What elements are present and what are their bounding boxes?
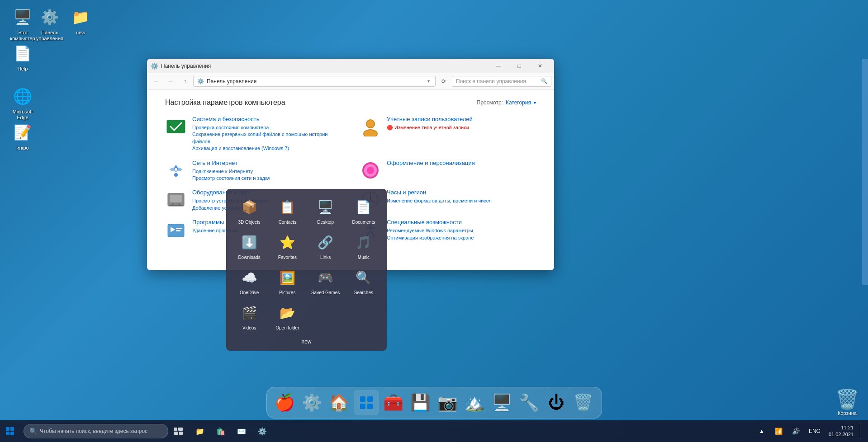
dock-settings[interactable]: 🔧 bbox=[517, 390, 542, 415]
folder-label: Downloads bbox=[238, 255, 260, 260]
folder-item-pictures[interactable]: 🖼️ Pictures bbox=[270, 265, 305, 297]
folder-item-downloads[interactable]: ⬇️ Downloads bbox=[232, 230, 267, 262]
category-link[interactable]: Архивация и восстановление (Windows 7) bbox=[192, 145, 342, 152]
desktop-icon-info[interactable]: 📝 инфо bbox=[5, 120, 41, 153]
dock-trash[interactable]: 🗑️ bbox=[571, 390, 596, 415]
clock-date: 01.02.2021 bbox=[829, 431, 854, 438]
dock-windows[interactable] bbox=[354, 390, 379, 415]
category-text: Учетные записи пользователей 🔴 Изменение… bbox=[387, 116, 536, 131]
taskbar-search[interactable]: 🔍 Чтобы начать поиск, введите здесь запр… bbox=[24, 424, 168, 438]
tray-volume-icon[interactable]: 🔊 bbox=[788, 423, 804, 439]
taskbar-settings[interactable]: ⚙️ bbox=[253, 422, 271, 440]
category-title[interactable]: Учетные записи пользователей bbox=[387, 116, 536, 122]
category-title[interactable]: Система и безопасность bbox=[192, 116, 342, 122]
svg-rect-30 bbox=[6, 432, 9, 435]
category-link[interactable]: Проверка состояния компьютера bbox=[192, 124, 342, 131]
folder-searches-icon: 🔍 bbox=[353, 267, 375, 288]
folder-item-favorites[interactable]: ⭐ Favorites bbox=[270, 230, 305, 262]
svg-rect-29 bbox=[10, 427, 14, 431]
task-view-button[interactable] bbox=[169, 422, 187, 440]
dock-system-prefs[interactable]: ⚙️ bbox=[299, 390, 325, 415]
folder-open-icon: 📂 bbox=[276, 302, 298, 324]
folder-item-onedrive[interactable]: ☁️ OneDrive bbox=[232, 265, 267, 297]
back-button[interactable]: ← bbox=[150, 75, 162, 88]
category-link[interactable]: Изменение форматов даты, времени и чисел bbox=[387, 197, 536, 204]
programs-icon bbox=[165, 219, 187, 240]
category-system-security[interactable]: Система и безопасность Проверка состояни… bbox=[165, 116, 342, 152]
folder-label: Open folder bbox=[275, 325, 299, 331]
refresh-button[interactable]: ⟳ bbox=[437, 75, 450, 88]
address-icon: ⚙️ bbox=[197, 78, 204, 85]
view-by-arrow-icon[interactable]: ▾ bbox=[534, 100, 536, 105]
taskbar-mail[interactable]: ✉️ bbox=[232, 422, 251, 440]
taskbar-clock[interactable]: 11:21 01.02.2021 bbox=[825, 424, 857, 438]
show-desktop-button[interactable] bbox=[860, 423, 863, 439]
folder-item-documents[interactable]: 📄 Documents bbox=[346, 194, 381, 227]
tray-lang[interactable]: ENG bbox=[806, 428, 823, 434]
tray-network-icon[interactable]: 📶 bbox=[771, 423, 787, 439]
dock-photos[interactable]: 📷 bbox=[435, 390, 460, 415]
computer-icon: 🖥️ bbox=[12, 6, 33, 28]
view-by-value[interactable]: Категория bbox=[506, 99, 531, 106]
dock-finder[interactable]: 🍎 bbox=[272, 390, 298, 415]
dock-app-store[interactable]: 🧰 bbox=[381, 390, 406, 415]
folder-label: Videos bbox=[242, 325, 256, 331]
recycle-bin[interactable]: 🗑️ Корзина bbox=[835, 388, 859, 416]
category-text: Часы и регион Изменение форматов даты, в… bbox=[387, 189, 536, 204]
svg-rect-11 bbox=[170, 195, 182, 202]
folder-item-saved-games[interactable]: 🎮 Saved Games bbox=[308, 265, 343, 297]
address-dropdown-arrow[interactable]: ▾ bbox=[426, 79, 432, 84]
maximize-button[interactable]: □ bbox=[509, 59, 530, 73]
desktop-icon-edge[interactable]: 🌐 Microsoft Edge bbox=[5, 84, 41, 122]
folder-item-music[interactable]: 🎵 Music bbox=[346, 230, 381, 262]
folder-label: Contacts bbox=[279, 220, 296, 225]
desktop-icon-new[interactable]: 📁 new bbox=[62, 5, 99, 38]
svg-rect-21 bbox=[176, 228, 182, 229]
folder-item-videos[interactable]: 🎬 Videos bbox=[232, 300, 267, 333]
address-box[interactable]: ⚙️ Панель управления ▾ bbox=[193, 76, 436, 87]
category-link-red[interactable]: 🔴 Изменение типа учетной записи bbox=[387, 124, 536, 131]
category-link[interactable]: Сохранение резервных копий файлов с помо… bbox=[192, 131, 342, 145]
start-button[interactable] bbox=[1, 422, 19, 440]
category-user-accounts[interactable]: Учетные записи пользователей 🔴 Изменение… bbox=[360, 116, 536, 152]
desktop-icon-label: Панель управления bbox=[33, 30, 66, 42]
desktop-icon-help[interactable]: 📄 Help bbox=[5, 41, 41, 74]
tray-chevron[interactable]: ▲ bbox=[754, 423, 770, 439]
category-title[interactable]: Специальные возможности bbox=[387, 219, 536, 226]
category-network[interactable]: Сеть и Интернет Подключение к Интернету … bbox=[165, 160, 342, 182]
folder-item-links[interactable]: 🔗 Links bbox=[308, 230, 343, 262]
category-title[interactable]: Оформление и персонализация bbox=[387, 160, 536, 166]
category-link[interactable]: Просмотр состояния сети и задач bbox=[192, 175, 342, 182]
dock-multi-display[interactable]: 🖥️ bbox=[489, 390, 515, 415]
dock-hard-drive[interactable]: 💾 bbox=[408, 390, 433, 415]
svg-rect-0 bbox=[167, 120, 185, 133]
folder-item-open-folder[interactable]: 📂 Open folder bbox=[270, 300, 305, 333]
category-link[interactable]: Подключение к Интернету bbox=[192, 168, 342, 175]
category-title[interactable]: Сеть и Интернет bbox=[192, 160, 342, 166]
forward-button[interactable]: → bbox=[164, 75, 177, 88]
folder-label: Documents bbox=[352, 220, 375, 225]
taskbar-explorer[interactable]: 📁 bbox=[191, 422, 209, 440]
category-appearance[interactable]: Оформление и персонализация bbox=[360, 160, 536, 182]
dock-power[interactable]: ⏻ bbox=[544, 390, 569, 415]
dock-gallery[interactable]: 🏔️ bbox=[462, 390, 488, 415]
search-box[interactable]: Поиск в панели управления 🔍 bbox=[452, 76, 551, 87]
folder-label: Favorites bbox=[278, 255, 297, 260]
up-button[interactable]: ↑ bbox=[179, 75, 191, 88]
right-bar bbox=[862, 59, 868, 285]
taskbar-center: 📁 🛍️ ✉️ ⚙️ bbox=[190, 422, 272, 440]
folder-item-contacts[interactable]: 📋 Contacts bbox=[270, 194, 305, 227]
close-button[interactable]: ✕ bbox=[530, 59, 550, 73]
svg-rect-35 bbox=[179, 432, 183, 435]
taskbar-store[interactable]: 🛍️ bbox=[212, 422, 230, 440]
folder-item-desktop[interactable]: 🖥️ Desktop bbox=[308, 194, 343, 227]
dock-home[interactable]: 🏠 bbox=[327, 390, 352, 415]
category-title[interactable]: Часы и регион bbox=[387, 189, 536, 196]
network-icon bbox=[165, 160, 187, 181]
folder-item-3d-objects[interactable]: 📦 3D Objects bbox=[232, 194, 267, 227]
folder-icon: 📁 bbox=[70, 6, 91, 28]
minimize-button[interactable]: — bbox=[488, 59, 509, 73]
category-link[interactable]: Оптимизация изображения на экране bbox=[387, 235, 536, 241]
folder-item-searches[interactable]: 🔍 Searches bbox=[346, 265, 381, 297]
category-link[interactable]: Рекомендуемые Windows параметры bbox=[387, 227, 536, 234]
